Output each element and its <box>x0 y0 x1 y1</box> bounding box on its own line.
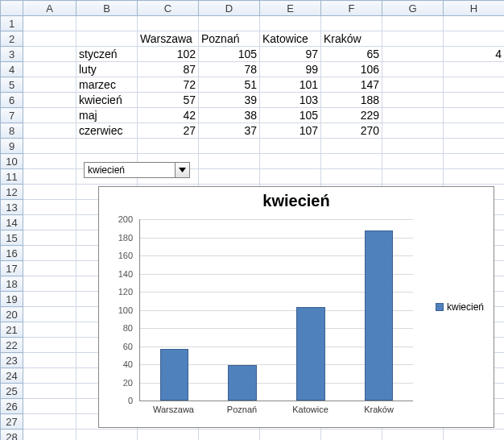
cell-G2[interactable] <box>382 31 444 47</box>
cell-G1[interactable] <box>382 16 444 31</box>
cell-A16[interactable] <box>23 246 76 261</box>
cell-G10[interactable] <box>382 154 444 169</box>
row-header-12[interactable]: 12 <box>1 185 23 200</box>
cell-G7[interactable] <box>382 108 444 123</box>
cell-E5[interactable]: 101 <box>260 77 321 93</box>
cell-H4[interactable] <box>444 62 505 77</box>
row-header-24[interactable]: 24 <box>1 368 23 384</box>
cell-E1[interactable] <box>260 16 321 31</box>
cell-E2[interactable]: Katowice <box>260 31 321 47</box>
cell-H3[interactable]: 4 <box>444 47 505 62</box>
row-header-18[interactable]: 18 <box>1 276 23 292</box>
cell-A10[interactable] <box>23 154 76 169</box>
cell-D5[interactable]: 51 <box>199 77 260 93</box>
column-header-H[interactable]: H <box>444 1 505 16</box>
cell-H7[interactable] <box>444 108 505 123</box>
cell-A2[interactable] <box>23 31 76 47</box>
cell-F4[interactable]: 106 <box>321 62 382 77</box>
cell-A25[interactable] <box>23 384 76 399</box>
cell-H1[interactable] <box>444 16 505 31</box>
cell-F11[interactable] <box>321 169 382 185</box>
row-header-20[interactable]: 20 <box>1 307 23 322</box>
cell-F9[interactable] <box>321 139 382 154</box>
row-header-8[interactable]: 8 <box>1 123 23 139</box>
cell-A4[interactable] <box>23 62 76 77</box>
chart-bar-Katowice[interactable] <box>296 307 325 401</box>
cell-F8[interactable]: 270 <box>321 123 382 139</box>
embedded-chart[interactable]: kwiecień 020406080100120140160180200 War… <box>98 186 494 428</box>
cell-A23[interactable] <box>23 353 76 368</box>
cell-B28[interactable] <box>76 430 138 441</box>
cell-C8[interactable]: 27 <box>138 123 199 139</box>
cell-C28[interactable] <box>138 430 199 441</box>
cell-G11[interactable] <box>382 169 444 185</box>
cell-C6[interactable]: 57 <box>138 93 199 108</box>
row-header-27[interactable]: 27 <box>1 414 23 430</box>
cell-E8[interactable]: 107 <box>260 123 321 139</box>
cell-A6[interactable] <box>23 93 76 108</box>
cell-F3[interactable]: 65 <box>321 47 382 62</box>
cell-D6[interactable]: 39 <box>199 93 260 108</box>
select-all-corner[interactable] <box>1 1 23 16</box>
cell-C1[interactable] <box>138 16 199 31</box>
cell-A27[interactable] <box>23 414 76 430</box>
cell-E7[interactable]: 105 <box>260 108 321 123</box>
cell-A1[interactable] <box>23 16 76 31</box>
cell-H11[interactable] <box>444 169 505 185</box>
cell-D11[interactable] <box>199 169 260 185</box>
combobox-dropdown-button[interactable] <box>175 163 189 177</box>
cell-A21[interactable] <box>23 322 76 338</box>
cell-H2[interactable] <box>444 31 505 47</box>
cell-D3[interactable]: 105 <box>199 47 260 62</box>
row-header-5[interactable]: 5 <box>1 77 23 93</box>
cell-G5[interactable] <box>382 77 444 93</box>
row-header-19[interactable]: 19 <box>1 292 23 307</box>
row-header-23[interactable]: 23 <box>1 353 23 368</box>
cell-A5[interactable] <box>23 77 76 93</box>
row-header-16[interactable]: 16 <box>1 246 23 261</box>
cell-A7[interactable] <box>23 108 76 123</box>
cell-A3[interactable] <box>23 47 76 62</box>
cell-E3[interactable]: 97 <box>260 47 321 62</box>
cell-D1[interactable] <box>199 16 260 31</box>
column-header-A[interactable]: A <box>23 1 76 16</box>
cell-D7[interactable]: 38 <box>199 108 260 123</box>
cell-F7[interactable]: 229 <box>321 108 382 123</box>
chart-bar-Warszawa[interactable] <box>160 349 189 401</box>
cell-A18[interactable] <box>23 276 76 292</box>
cell-A15[interactable] <box>23 230 76 246</box>
cell-E4[interactable]: 99 <box>260 62 321 77</box>
cell-C3[interactable]: 102 <box>138 47 199 62</box>
row-header-21[interactable]: 21 <box>1 322 23 338</box>
row-header-28[interactable]: 28 <box>1 430 23 441</box>
column-header-B[interactable]: B <box>76 1 138 16</box>
cell-B5[interactable]: marzec <box>76 77 138 93</box>
row-header-3[interactable]: 3 <box>1 47 23 62</box>
cell-A28[interactable] <box>23 430 76 441</box>
cell-E11[interactable] <box>260 169 321 185</box>
cell-A11[interactable] <box>23 169 76 185</box>
cell-D4[interactable]: 78 <box>199 62 260 77</box>
cell-B8[interactable]: czerwiec <box>76 123 138 139</box>
cell-C9[interactable] <box>138 139 199 154</box>
cell-D10[interactable] <box>199 154 260 169</box>
row-header-26[interactable]: 26 <box>1 399 23 414</box>
cell-F5[interactable]: 147 <box>321 77 382 93</box>
cell-A26[interactable] <box>23 399 76 414</box>
row-header-14[interactable]: 14 <box>1 215 23 230</box>
cell-F6[interactable]: 188 <box>321 93 382 108</box>
row-header-6[interactable]: 6 <box>1 93 23 108</box>
cell-B6[interactable]: kwiecień <box>76 93 138 108</box>
cell-A22[interactable] <box>23 338 76 353</box>
row-header-1[interactable]: 1 <box>1 16 23 31</box>
cell-A24[interactable] <box>23 368 76 384</box>
cell-G8[interactable] <box>382 123 444 139</box>
row-header-17[interactable]: 17 <box>1 261 23 276</box>
cell-D2[interactable]: Poznań <box>199 31 260 47</box>
column-header-C[interactable]: C <box>138 1 199 16</box>
cell-H6[interactable] <box>444 93 505 108</box>
cell-A14[interactable] <box>23 215 76 230</box>
row-header-11[interactable]: 11 <box>1 169 23 185</box>
row-header-4[interactable]: 4 <box>1 62 23 77</box>
cell-B3[interactable]: styczeń <box>76 47 138 62</box>
